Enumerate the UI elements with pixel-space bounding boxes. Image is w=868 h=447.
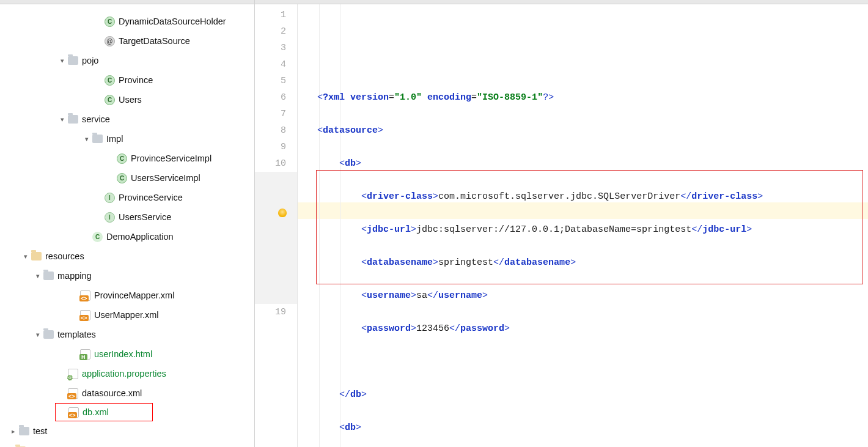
tree-item-usersserviceimpl[interactable]: CUsersServiceImpl [0, 168, 254, 188]
tree-item-label: pojo [82, 56, 98, 65]
tree-item-label: ProvinceServiceImpl [131, 153, 211, 163]
class-a-icon: @ [105, 36, 115, 46]
tree-item-label: UsersService [119, 212, 171, 222]
tree-item-usermapper-xml[interactable]: UserMapper.xml [0, 305, 254, 325]
code-line-2[interactable]: <datasource> [317, 122, 868, 139]
expand-arrow-icon[interactable] [58, 115, 67, 124]
folder-icon [68, 56, 78, 65]
tree-item-label: Province [119, 75, 153, 85]
tree-item-userindex-html[interactable]: userIndex.html [0, 344, 254, 364]
tree-item-label: Users [119, 95, 142, 105]
tree-item-dynamicdatasourceholder[interactable]: CDynamicDataSourceHolder [0, 12, 254, 31]
code-line-4[interactable]: <driver-class>com.microsoft.sqlserver.jd… [317, 188, 868, 205]
expand-arrow-icon[interactable] [9, 427, 18, 435]
class-c-icon: C [117, 173, 127, 183]
tree-item-label: DynamicDataSourceHolder [119, 17, 226, 26]
tree-item-label: ProvinceService [119, 193, 183, 202]
tree-item-label: templates [57, 330, 96, 339]
current-line-highlight [298, 202, 868, 219]
ide-window: CDynamicDataSourceHolder@TargetDataSourc… [0, 0, 868, 447]
code-editor[interactable]: 12345678910111213141516171819 <?xml vers… [255, 4, 868, 447]
code-line-1[interactable]: <?xml version="1.0" encoding="ISO-8859-1… [317, 89, 868, 106]
tree-item-label: test [33, 426, 47, 436]
code-area[interactable]: <?xml version="1.0" encoding="ISO-8859-1… [298, 4, 868, 447]
tree-item-db-xml[interactable]: db.xml [55, 403, 153, 421]
tree-item-label: application.properties [82, 369, 166, 379]
expand-arrow-icon[interactable] [34, 330, 42, 339]
interface-i-icon: I [105, 212, 115, 223]
xmlfile-icon [68, 388, 78, 399]
tree-item-test[interactable]: test [0, 421, 254, 441]
tree-item-provincemapper-xml[interactable]: ProvinceMapper.xml [0, 286, 254, 305]
line-number-gutter: 12345678910111213141516171819 [255, 4, 298, 447]
tree-item-impl[interactable]: Impl [0, 129, 254, 149]
xmlfile-icon [80, 290, 90, 301]
tree-item-users[interactable]: CUsers [0, 90, 254, 109]
tree-item-provinceservice[interactable]: IProvinceService [0, 188, 254, 207]
propsfile-icon [68, 369, 78, 379]
tree-item-templates[interactable]: templates [0, 325, 254, 344]
tree-item-label: service [82, 114, 110, 124]
tree-item-label: UsersServiceImpl [131, 173, 200, 183]
tree-item-label: UserMapper.xml [94, 310, 159, 320]
expand-arrow-icon[interactable] [58, 56, 67, 65]
tree-item-mapping[interactable]: mapping [0, 266, 254, 286]
expand-arrow-icon[interactable] [34, 272, 42, 280]
class-c-icon: C [105, 75, 115, 86]
expand-arrow-icon[interactable] [21, 252, 30, 260]
tree-item-label: resources [45, 251, 84, 261]
code-line-7[interactable]: <username>sa</username> [317, 287, 868, 304]
tree-item-province[interactable]: CProvince [0, 70, 254, 90]
code-line-11[interactable]: <db> [317, 419, 868, 436]
class-c-icon: C [117, 153, 127, 164]
tree-item-datasource-xml[interactable]: datasource.xml [0, 383, 254, 403]
tree-item-usersservice[interactable]: IUsersService [0, 207, 254, 227]
code-line-10[interactable]: </db> [317, 386, 868, 403]
tree-item-label: datasource.xml [82, 388, 142, 398]
sidebar-tabstrip [0, 0, 254, 4]
spring-s-icon: C [92, 232, 103, 242]
code-line-5[interactable]: <jdbc-url>jdbc:sqlserver://127.0.0.1;Dat… [317, 221, 868, 238]
htmlfile-icon [80, 349, 90, 360]
code-line-9[interactable] [317, 353, 868, 370]
folder-icon [19, 427, 29, 435]
tree-item-label: db.xml [83, 407, 109, 417]
tree-item-targetdatasource[interactable]: @TargetDataSource [0, 31, 254, 51]
folder-icon [68, 115, 78, 124]
tree-item-label: userIndex.html [94, 349, 152, 359]
class-c-icon: C [105, 17, 115, 27]
code-line-3[interactable]: <db> [317, 155, 868, 172]
tree-item-label: mapping [57, 271, 92, 281]
tree-item-label: Impl [106, 134, 123, 144]
folder-icon [92, 135, 103, 143]
tree-item-target[interactable]: target [0, 441, 254, 447]
xmlfile-icon [68, 407, 79, 418]
tree-item-pojo[interactable]: pojo [0, 51, 254, 70]
editor-pane: 12345678910111213141516171819 <?xml vers… [255, 0, 868, 447]
code-line-8[interactable]: <password>123456</password> [317, 320, 868, 337]
tree-item-demoapplication[interactable]: CDemoApplication [0, 227, 254, 246]
tree-item-service[interactable]: service [0, 109, 254, 129]
folder-icon [43, 272, 54, 280]
class-c-icon: C [105, 95, 115, 105]
project-tree[interactable]: CDynamicDataSourceHolder@TargetDataSourc… [0, 4, 254, 447]
project-tree-pane[interactable]: CDynamicDataSourceHolder@TargetDataSourc… [0, 0, 255, 447]
tree-item-label: DemoApplication [106, 232, 174, 242]
folder-icon [43, 330, 54, 339]
tree-item-resources[interactable]: resources [0, 246, 254, 266]
tree-item-provinceserviceimpl[interactable]: CProvinceServiceImpl [0, 149, 254, 168]
xmlfile-icon [80, 310, 90, 320]
tree-item-label: TargetDataSource [119, 36, 190, 46]
code-line-6[interactable]: <databasename>springtest</databasename> [317, 254, 868, 271]
folder-res-icon [31, 252, 42, 260]
expand-arrow-icon[interactable] [83, 135, 91, 143]
intention-bulb-icon[interactable] [278, 209, 287, 217]
interface-i-icon: I [105, 193, 115, 203]
tree-item-application-properties[interactable]: application.properties [0, 364, 254, 383]
editor-tabstrip[interactable] [255, 0, 868, 4]
tree-item-label: ProvinceMapper.xml [94, 290, 174, 300]
